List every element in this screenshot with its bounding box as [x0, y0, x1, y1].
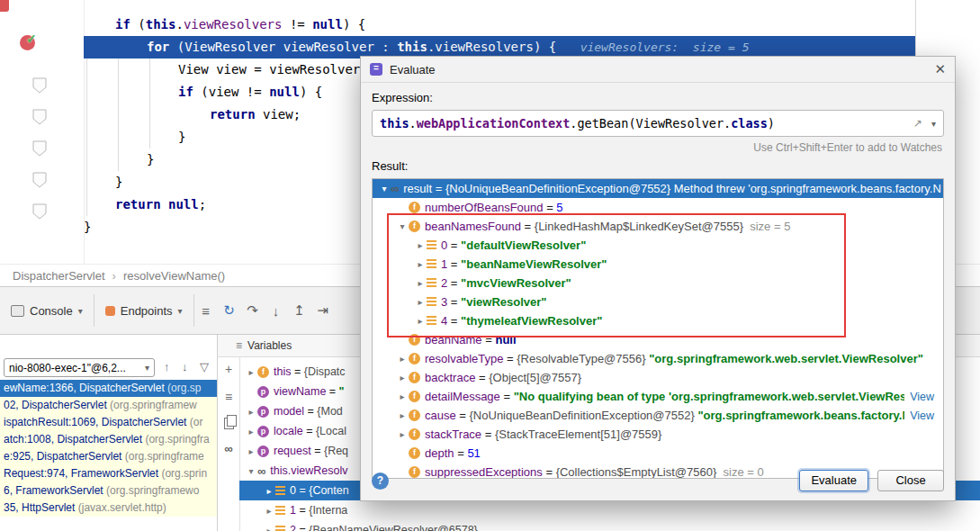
stack-frame[interactable]: ewName:1366, DispatcherServlet (org.sp: [0, 380, 217, 397]
expander-icon[interactable]: ▸: [245, 427, 257, 436]
stack-frame[interactable]: e:925, DispatcherServlet (org.springfram…: [0, 448, 217, 465]
expander-icon[interactable]: ▸: [396, 354, 409, 364]
breadcrumb-method[interactable]: resolveViewName(): [123, 269, 225, 283]
result-row[interactable]: ▸4 = "thymeleafViewResolver": [373, 311, 943, 330]
expander-icon[interactable]: ▸: [396, 429, 409, 439]
dialog-titlebar[interactable]: Evaluate ✕: [361, 57, 955, 83]
view-link[interactable]: View: [904, 391, 934, 403]
field-icon: f: [409, 220, 420, 232]
rerun-icon[interactable]: ↻: [218, 302, 241, 319]
result-row[interactable]: ▸fresolvableType = {ResolvableType@7556}…: [373, 349, 943, 368]
close-icon[interactable]: ✕: [934, 61, 946, 77]
list-item-icon: [427, 240, 436, 250]
expression-input[interactable]: this.webApplicationContext.getBean(ViewR…: [372, 110, 944, 137]
tab-endpoints-label: Endpoints: [121, 304, 173, 318]
menu-icon[interactable]: ≡: [225, 390, 232, 404]
copy-icon[interactable]: [224, 418, 234, 429]
expander-icon[interactable]: ▸: [263, 486, 275, 496]
step-out-icon[interactable]: ↥: [288, 302, 311, 319]
expander-icon[interactable]: ▸: [414, 278, 427, 288]
code-line: }: [178, 126, 185, 148]
frame-location: Request:974, FrameworkServlet: [4, 467, 161, 480]
list-item-icon: [427, 259, 436, 269]
thread-selector[interactable]: nio-8080-exec-1"@6,2... ▾: [4, 358, 155, 377]
field-icon: f: [409, 202, 420, 213]
code-line: if (this.viewResolvers != null) {: [115, 14, 365, 36]
expand-icon[interactable]: ↗: [913, 117, 922, 130]
code-line: }: [115, 171, 122, 194]
result-row[interactable]: fnumberOfBeansFound = 5: [373, 198, 943, 217]
expander-icon[interactable]: ▸: [245, 446, 257, 456]
list-item-icon: [275, 506, 285, 516]
expander-icon[interactable]: ▸: [263, 506, 275, 516]
parameter-icon: p: [257, 406, 269, 418]
view-link[interactable]: View: [904, 410, 934, 422]
close-button[interactable]: Close: [877, 470, 944, 491]
up-icon[interactable]: ↑: [164, 360, 170, 374]
expander-icon[interactable]: ▸: [414, 316, 427, 326]
stack-frame[interactable]: 6, FrameworkServlet (org.springframewo: [0, 482, 217, 500]
stack-frame[interactable]: Request:974, FrameworkServlet (org.sprin: [0, 465, 217, 482]
result-row[interactable]: ▸1 = "beanNameViewResolver": [373, 255, 943, 274]
bookmark-icon: [32, 77, 47, 97]
expander-icon[interactable]: ▾: [245, 466, 257, 476]
chevron-down-icon[interactable]: ▾: [931, 119, 936, 129]
console-icon: [11, 305, 24, 317]
run-to-cursor-icon[interactable]: ⇥: [311, 302, 335, 319]
expander-icon[interactable]: ▸: [263, 526, 275, 531]
expander-icon[interactable]: ▸: [414, 297, 427, 307]
expander-icon[interactable]: ▸: [245, 407, 257, 417]
result-row[interactable]: ▸3 = "viewResolver": [373, 292, 943, 311]
expander-icon[interactable]: ▸: [396, 410, 409, 420]
result-row[interactable]: ▸fbacktrace = {Object[5]@7557}: [373, 368, 943, 387]
variable-row[interactable]: ▸1 = {Interna: [239, 500, 980, 520]
expander-icon[interactable]: ▸: [396, 392, 409, 401]
result-row[interactable]: fdepth = 51: [373, 444, 943, 463]
result-row[interactable]: ▸fdetailMessage = "No qualifying bean of…: [373, 387, 943, 406]
list-item-icon: [275, 486, 285, 496]
code-line: }: [84, 216, 91, 238]
stack-frame[interactable]: atch:1008, DispatcherServlet (org.spring…: [0, 431, 217, 448]
result-row[interactable]: ▸0 = "defaultViewResolver": [373, 236, 943, 255]
result-row[interactable]: ▸fcause = {NoUniqueBeanDefinitionExcepti…: [373, 406, 943, 425]
stack-frame[interactable]: 02, DispatcherServlet (org.springframew: [0, 397, 217, 414]
expander-icon[interactable]: ▸: [396, 373, 409, 382]
stack-frame[interactable]: 35, HttpServlet (javax.servlet.http): [0, 500, 217, 517]
bookmark-icon: [32, 203, 47, 223]
field-icon: f: [257, 366, 269, 378]
menu-icon[interactable]: ≡: [194, 303, 218, 319]
step-into-icon[interactable]: ↓: [265, 303, 288, 319]
dialog-footer: ? Evaluate Close: [372, 470, 944, 491]
field-icon: f: [409, 410, 420, 421]
expander-icon[interactable]: ▾: [378, 184, 391, 194]
result-row[interactable]: fbeanName = null: [373, 330, 943, 349]
help-icon[interactable]: ?: [372, 472, 389, 490]
watch-icon: ∞: [391, 183, 399, 194]
step-over-icon[interactable]: ↷: [241, 302, 265, 319]
stack-frame[interactable]: ispatchResult:1069, DispatcherServlet (o…: [0, 414, 217, 431]
add-watch-icon[interactable]: +: [225, 362, 232, 376]
tab-console[interactable]: Console ▾: [0, 287, 94, 334]
expander-icon[interactable]: ▸: [245, 367, 257, 377]
tab-endpoints[interactable]: Endpoints ▾: [94, 287, 193, 334]
field-icon: f: [409, 447, 420, 459]
menu-icon: ≡: [236, 339, 242, 352]
watch-icon[interactable]: ∞: [224, 443, 232, 454]
evaluate-button[interactable]: Evaluate: [799, 470, 868, 491]
breadcrumb-class[interactable]: DispatcherServlet: [13, 269, 105, 283]
down-icon[interactable]: ↓: [182, 360, 188, 374]
result-tree[interactable]: ▾∞result = {NoUniqueBeanDefinitionExcept…: [372, 178, 944, 479]
field-icon: f: [409, 428, 420, 440]
expander-icon[interactable]: ▸: [414, 259, 427, 269]
expander-icon[interactable]: ▸: [414, 240, 427, 250]
filter-icon[interactable]: ▽: [200, 360, 209, 374]
result-row[interactable]: ▸fstackTrace = {StackTraceElement[51]@75…: [373, 425, 943, 444]
result-row[interactable]: ▸2 = "mvcViewResolver": [373, 274, 943, 292]
endpoints-icon: [105, 306, 115, 316]
expander-icon[interactable]: ▾: [396, 221, 409, 231]
frame-package: (org.sp: [167, 382, 201, 394]
result-row[interactable]: ▾fbeanNamesFound = {LinkedHashMap$Linked…: [373, 217, 943, 236]
result-row[interactable]: ▾∞result = {NoUniqueBeanDefinitionExcept…: [373, 179, 943, 198]
breakpoint-icon[interactable]: ✓: [20, 35, 35, 50]
variable-row[interactable]: ▸2 = {BeanNameViewResolver@6578}: [239, 520, 980, 531]
